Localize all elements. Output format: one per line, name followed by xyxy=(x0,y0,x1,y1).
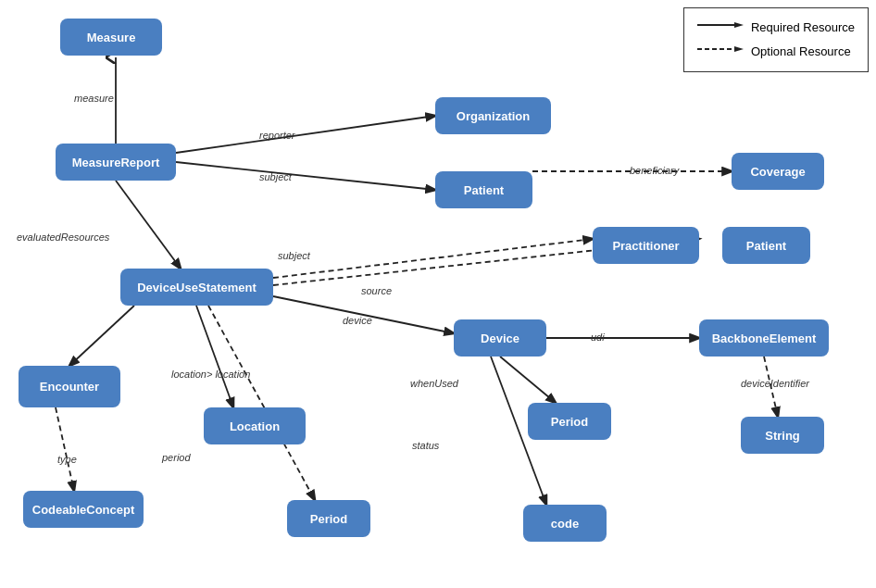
node-period_mid: Period xyxy=(528,403,611,440)
node-coverage: Coverage xyxy=(732,153,824,190)
svg-line-2 xyxy=(176,116,435,153)
svg-line-5 xyxy=(273,239,593,278)
edge-label-2: reporter xyxy=(259,130,295,141)
svg-line-1 xyxy=(116,181,181,269)
svg-line-14 xyxy=(764,357,778,417)
edge-label-10: udi xyxy=(591,332,605,343)
svg-line-8 xyxy=(196,306,233,407)
edge-label-14: status xyxy=(412,440,439,451)
node-backboneelement: BackboneElement xyxy=(699,319,829,357)
edge-label-6: device xyxy=(343,315,372,326)
legend: Required Resource Optional Resource xyxy=(683,7,869,72)
node-period_bottom: Period xyxy=(287,500,370,537)
svg-marker-17 xyxy=(734,22,744,28)
svg-line-10 xyxy=(56,407,74,491)
node-code: code xyxy=(523,505,607,542)
node-string: String xyxy=(741,417,824,454)
node-encounter: Encounter xyxy=(19,366,120,407)
edge-label-7: location> location xyxy=(171,369,250,380)
svg-line-3 xyxy=(176,162,435,190)
svg-line-7 xyxy=(273,296,454,333)
edge-label-4: subject xyxy=(278,250,310,261)
edge-label-1: evaluatedResources xyxy=(17,231,109,243)
svg-marker-19 xyxy=(734,46,744,52)
svg-line-9 xyxy=(208,306,315,500)
diagram-container: MeasureMeasureReportDeviceUseStatementEn… xyxy=(0,0,876,588)
edge-label-11: beneficiary xyxy=(630,165,679,176)
edge-label-12: deviceIdentifier xyxy=(741,378,809,389)
node-measurereport: MeasureReport xyxy=(56,144,176,181)
edge-label-13: whenUsed xyxy=(410,378,458,389)
legend-required-label: Required Resource xyxy=(751,16,855,40)
edge-label-5: source xyxy=(361,285,392,296)
node-measure: Measure xyxy=(60,19,162,56)
node-location: Location xyxy=(204,407,306,444)
node-device: Device xyxy=(454,319,546,357)
node-practitioner: Practitioner xyxy=(593,227,699,264)
edge-label-8: period xyxy=(162,452,191,463)
svg-line-12 xyxy=(500,357,556,403)
node-patient_top: Patient xyxy=(435,171,532,208)
node-deviceusestatement: DeviceUseStatement xyxy=(120,269,273,306)
node-patient_right: Patient xyxy=(722,227,810,264)
edge-label-3: subject xyxy=(259,171,292,182)
legend-optional-label: Optional Resource xyxy=(751,40,851,64)
node-organization: Organization xyxy=(435,97,551,134)
edge-label-9: type xyxy=(57,454,77,465)
node-codeableconcept: CodeableConcept xyxy=(23,491,144,528)
svg-line-4 xyxy=(69,306,134,366)
edge-label-0: measure xyxy=(74,93,114,104)
